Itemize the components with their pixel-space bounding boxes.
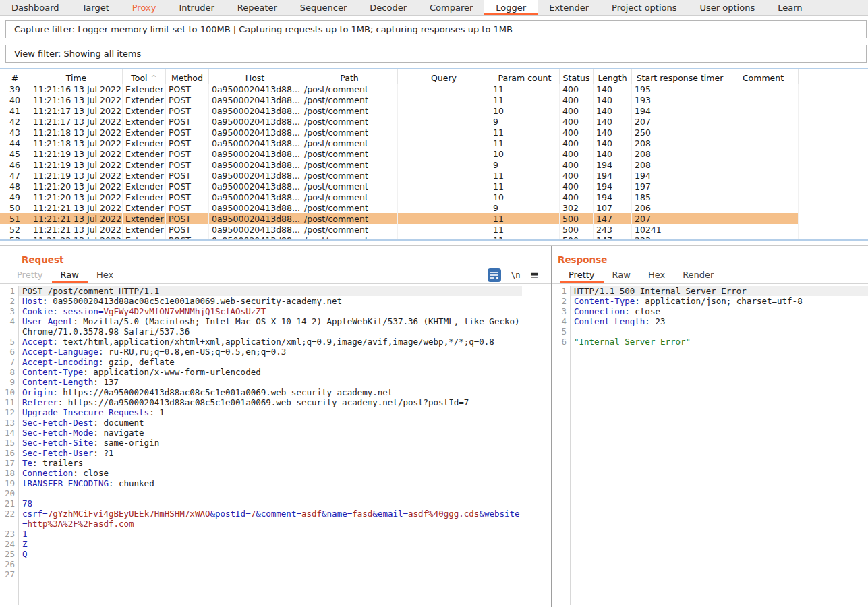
table-row-47[interactable]: 4711:21:19 13 Jul 2022ExtenderPOST0a9500… <box>0 170 868 181</box>
line-number: 7 <box>0 357 19 367</box>
cell-id: 50 <box>0 202 30 213</box>
response-tab-hex[interactable]: Hex <box>639 266 674 283</box>
tab-user-options[interactable]: User options <box>689 0 767 15</box>
cell-time: 11:21:21 13 Jul 2022 <box>30 202 123 213</box>
tab-project-options[interactable]: Project options <box>600 0 689 15</box>
cell-filler <box>799 181 868 192</box>
tab-proxy[interactable]: Proxy <box>121 0 168 15</box>
request-editor-icons: \n ≡ <box>488 266 539 283</box>
tab-decoder[interactable]: Decoder <box>358 0 418 15</box>
cell-method: POST <box>166 116 209 127</box>
cell-tool: Extender <box>123 127 166 138</box>
cell-param-count: 10 <box>490 148 560 159</box>
line-number: 10 <box>0 387 19 397</box>
cell-id: 46 <box>0 159 30 170</box>
request-tab-raw[interactable]: Raw <box>52 266 88 283</box>
cell-status: 400 <box>560 159 594 170</box>
request-editor[interactable]: 1POST /post/comment HTTP/1.12Host: 0a950… <box>0 284 551 605</box>
table-row-43[interactable]: 4311:21:18 13 Jul 2022ExtenderPOST0a9500… <box>0 127 868 138</box>
editor-menu-icon[interactable]: ≡ <box>530 270 539 281</box>
wrap-icon[interactable] <box>488 268 501 282</box>
table-row-44[interactable]: 4411:21:18 13 Jul 2022ExtenderPOST0a9500… <box>0 138 868 148</box>
cell-comment <box>728 148 799 159</box>
response-tab-pretty[interactable]: Pretty <box>560 266 604 283</box>
tab-dashboard[interactable]: Dashboard <box>0 0 71 15</box>
cell-id: 51 <box>0 213 30 224</box>
tab-sequencer[interactable]: Sequencer <box>289 0 358 15</box>
cell-comment <box>728 202 799 213</box>
request-tab-pretty[interactable]: Pretty <box>8 266 52 283</box>
table-row-52[interactable]: 5211:21:21 13 Jul 2022ExtenderPOST0a9500… <box>0 224 868 235</box>
response-tab-raw[interactable]: Raw <box>604 266 639 283</box>
cell-id: 53 <box>0 235 30 241</box>
table-row-49[interactable]: 4911:21:20 13 Jul 2022ExtenderPOST0a9500… <box>0 192 868 202</box>
tab-repeater[interactable]: Repeater <box>226 0 289 15</box>
table-row-48[interactable]: 4811:21:20 13 Jul 2022ExtenderPOST0a9500… <box>0 181 868 192</box>
table-row-41[interactable]: 4111:21:17 13 Jul 2022ExtenderPOST0a9500… <box>0 105 868 116</box>
cell-query <box>398 235 490 241</box>
cell-status: 400 <box>560 84 594 94</box>
cell-comment <box>728 127 799 138</box>
line-content: Connection: close <box>571 306 868 316</box>
cell-host: 0a9500020413d88... <box>209 127 301 138</box>
cell-length: 140 <box>594 127 632 138</box>
editor-filler <box>552 347 868 605</box>
cell-host: 0a9500020413d88... <box>209 192 301 202</box>
table-row-42[interactable]: 4211:21:17 13 Jul 2022ExtenderPOST0a9500… <box>0 116 868 127</box>
table-row-53[interactable]: 5311:21:22 13 Jul 2022ExtenderPOST0a9500… <box>0 235 868 241</box>
editor-line: 19tRANSFER-ENCODING: chunked <box>0 478 551 488</box>
line-content: Upgrade-Insecure-Requests: 1 <box>19 407 522 417</box>
capture-filter-bar[interactable]: Capture filter: Logger memory limit set … <box>5 20 867 38</box>
cell-query <box>398 94 490 105</box>
cell-filler <box>799 224 868 235</box>
tab-intruder[interactable]: Intruder <box>167 0 225 15</box>
cell-method: POST <box>166 181 209 192</box>
table-row-50[interactable]: 5011:21:21 13 Jul 2022ExtenderPOST0a9500… <box>0 202 868 213</box>
capture-filter-text: Capture filter: Logger memory limit set … <box>14 24 513 34</box>
line-number: 8 <box>0 367 19 377</box>
tab-comparer[interactable]: Comparer <box>418 0 484 15</box>
cell-comment <box>728 213 799 224</box>
request-tab-hex[interactable]: Hex <box>88 266 122 283</box>
response-editor[interactable]: 1HTTP/1.1 500 Internal Server Error2Cont… <box>552 284 868 605</box>
editor-line: 6"Internal Server Error" <box>552 337 868 347</box>
line-number: 2 <box>552 296 571 306</box>
view-filter-bar[interactable]: View filter: Showing all items <box>5 45 867 63</box>
table-row-46[interactable]: 4611:21:19 13 Jul 2022ExtenderPOST0a9500… <box>0 159 868 170</box>
cell-id: 45 <box>0 148 30 159</box>
table-row-40[interactable]: 4011:21:16 13 Jul 2022ExtenderPOST0a9500… <box>0 94 868 105</box>
line-number: 22 <box>0 509 19 529</box>
cell-status: 400 <box>560 138 594 148</box>
line-number: 26 <box>0 559 19 569</box>
line-content: Q <box>19 549 522 559</box>
tab-learn[interactable]: Learn <box>766 0 813 15</box>
table-row-51[interactable]: 5111:21:21 13 Jul 2022ExtenderPOST0a9500… <box>0 213 868 224</box>
cell-query <box>398 224 490 235</box>
cell-query <box>398 192 490 202</box>
table-row-45[interactable]: 4511:21:19 13 Jul 2022ExtenderPOST0a9500… <box>0 148 868 159</box>
cell-method: POST <box>166 235 209 241</box>
line-number: 27 <box>0 569 19 579</box>
table-row-39[interactable]: 3911:21:16 13 Jul 2022ExtenderPOST0a9500… <box>0 84 868 94</box>
sort-ascending-icon: ^ <box>151 74 157 82</box>
cell-query <box>398 116 490 127</box>
cell-host: 0a9500020413d88... <box>209 224 301 235</box>
line-number: 12 <box>0 407 19 417</box>
tab-logger[interactable]: Logger <box>484 0 538 15</box>
log-table[interactable]: #TimeTool^MethodHostPathQueryParam count… <box>0 68 868 241</box>
cell-length: 140 <box>594 138 632 148</box>
line-number: 6 <box>552 337 571 347</box>
tab-extender[interactable]: Extender <box>538 0 600 15</box>
cell-time: 11:21:18 13 Jul 2022 <box>30 127 123 138</box>
tab-target[interactable]: Target <box>71 0 121 15</box>
cell-tool: Extender <box>123 224 166 235</box>
newline-icon[interactable]: \n <box>511 270 520 280</box>
cell-path: /post/comment <box>301 224 398 235</box>
response-tab-render[interactable]: Render <box>674 266 722 283</box>
line-number: 24 <box>0 539 19 549</box>
cell-query <box>398 148 490 159</box>
cell-comment <box>728 138 799 148</box>
cell-method: POST <box>166 170 209 181</box>
editor-line: 18Connection: close <box>0 468 551 478</box>
cell-status: 400 <box>560 94 594 105</box>
